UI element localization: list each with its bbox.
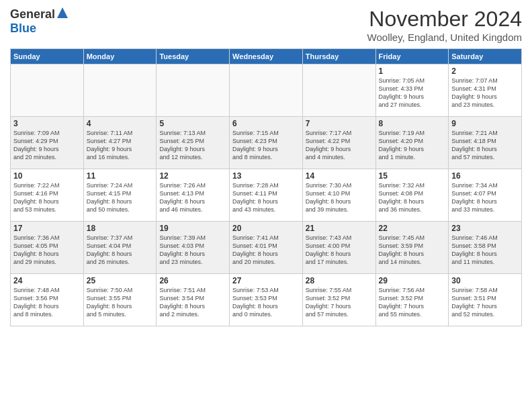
day-number: 26 bbox=[159, 276, 226, 285]
table-row: 25Sunrise: 7:50 AM Sunset: 3:55 PM Dayli… bbox=[83, 274, 157, 326]
day-number: 30 bbox=[451, 276, 519, 285]
day-info: Sunrise: 7:34 AM Sunset: 4:07 PM Dayligh… bbox=[451, 181, 519, 214]
day-info: Sunrise: 7:13 AM Sunset: 4:25 PM Dayligh… bbox=[159, 129, 226, 162]
day-number: 11 bbox=[87, 171, 154, 181]
table-row: 20Sunrise: 7:41 AM Sunset: 4:01 PM Dayli… bbox=[230, 222, 303, 274]
table-row: 11Sunrise: 7:24 AM Sunset: 4:15 PM Dayli… bbox=[83, 169, 157, 222]
table-row bbox=[83, 64, 157, 117]
day-info: Sunrise: 7:39 AM Sunset: 4:03 PM Dayligh… bbox=[159, 234, 226, 267]
table-row: 10Sunrise: 7:22 AM Sunset: 4:16 PM Dayli… bbox=[11, 169, 84, 222]
day-number: 2 bbox=[451, 66, 519, 76]
table-row: 21Sunrise: 7:43 AM Sunset: 4:00 PM Dayli… bbox=[302, 222, 375, 274]
table-row: 14Sunrise: 7:30 AM Sunset: 4:10 PM Dayli… bbox=[302, 169, 375, 222]
day-number: 23 bbox=[451, 224, 519, 233]
table-row: 16Sunrise: 7:34 AM Sunset: 4:07 PM Dayli… bbox=[449, 169, 522, 222]
day-info: Sunrise: 7:15 AM Sunset: 4:23 PM Dayligh… bbox=[232, 129, 300, 162]
day-number: 20 bbox=[232, 224, 300, 233]
day-info: Sunrise: 7:51 AM Sunset: 3:54 PM Dayligh… bbox=[159, 286, 226, 319]
day-info: Sunrise: 7:26 AM Sunset: 4:13 PM Dayligh… bbox=[159, 181, 226, 214]
table-row: 18Sunrise: 7:37 AM Sunset: 4:04 PM Dayli… bbox=[83, 222, 157, 274]
header-monday: Monday bbox=[83, 49, 157, 64]
day-number: 21 bbox=[306, 224, 373, 233]
table-row: 1Sunrise: 7:05 AM Sunset: 4:33 PM Daylig… bbox=[375, 64, 449, 117]
calendar-body: 1Sunrise: 7:05 AM Sunset: 4:33 PM Daylig… bbox=[11, 64, 522, 326]
calendar-week-row: 10Sunrise: 7:22 AM Sunset: 4:16 PM Dayli… bbox=[11, 169, 522, 222]
header-wednesday: Wednesday bbox=[230, 49, 303, 64]
table-row: 24Sunrise: 7:48 AM Sunset: 3:56 PM Dayli… bbox=[11, 274, 84, 326]
header-saturday: Saturday bbox=[449, 49, 522, 64]
day-number: 25 bbox=[87, 276, 154, 285]
day-number: 27 bbox=[232, 276, 300, 285]
day-info: Sunrise: 7:37 AM Sunset: 4:04 PM Dayligh… bbox=[87, 234, 154, 267]
day-number: 10 bbox=[13, 171, 81, 181]
day-info: Sunrise: 7:07 AM Sunset: 4:31 PM Dayligh… bbox=[451, 77, 519, 109]
day-info: Sunrise: 7:36 AM Sunset: 4:05 PM Dayligh… bbox=[13, 234, 81, 267]
page-header: General Blue November 2024 Woolley, Engl… bbox=[10, 7, 522, 43]
calendar-week-row: 17Sunrise: 7:36 AM Sunset: 4:05 PM Dayli… bbox=[11, 222, 522, 274]
header-thursday: Thursday bbox=[302, 49, 375, 64]
day-info: Sunrise: 7:58 AM Sunset: 3:51 PM Dayligh… bbox=[451, 286, 519, 319]
day-number: 15 bbox=[379, 171, 446, 181]
day-info: Sunrise: 7:09 AM Sunset: 4:29 PM Dayligh… bbox=[13, 129, 81, 162]
calendar-table: Sunday Monday Tuesday Wednesday Thursday… bbox=[10, 48, 522, 326]
day-number: 28 bbox=[306, 276, 373, 285]
calendar-header-row: Sunday Monday Tuesday Wednesday Thursday… bbox=[11, 49, 522, 64]
day-info: Sunrise: 7:21 AM Sunset: 4:18 PM Dayligh… bbox=[451, 129, 519, 162]
table-row: 26Sunrise: 7:51 AM Sunset: 3:54 PM Dayli… bbox=[157, 274, 230, 326]
logo-general-text: General bbox=[10, 8, 55, 21]
day-number: 6 bbox=[232, 119, 300, 128]
day-number: 18 bbox=[87, 224, 154, 233]
table-row bbox=[157, 64, 230, 117]
table-row bbox=[230, 64, 303, 117]
day-number: 12 bbox=[159, 171, 226, 181]
table-row: 5Sunrise: 7:13 AM Sunset: 4:25 PM Daylig… bbox=[157, 117, 230, 169]
day-number: 17 bbox=[13, 224, 81, 233]
day-number: 13 bbox=[232, 171, 300, 181]
day-info: Sunrise: 7:17 AM Sunset: 4:22 PM Dayligh… bbox=[306, 129, 373, 162]
day-info: Sunrise: 7:30 AM Sunset: 4:10 PM Dayligh… bbox=[306, 181, 373, 214]
table-row: 9Sunrise: 7:21 AM Sunset: 4:18 PM Daylig… bbox=[449, 117, 522, 169]
day-number: 9 bbox=[451, 119, 519, 128]
day-number: 24 bbox=[13, 276, 81, 285]
day-info: Sunrise: 7:11 AM Sunset: 4:27 PM Dayligh… bbox=[87, 129, 154, 162]
title-block: November 2024 Woolley, England, United K… bbox=[367, 7, 522, 43]
day-info: Sunrise: 7:22 AM Sunset: 4:16 PM Dayligh… bbox=[13, 181, 81, 214]
day-number: 29 bbox=[379, 276, 446, 285]
day-number: 7 bbox=[306, 119, 373, 128]
table-row: 27Sunrise: 7:53 AM Sunset: 3:53 PM Dayli… bbox=[230, 274, 303, 326]
logo-blue-text: Blue bbox=[10, 22, 36, 36]
day-info: Sunrise: 7:43 AM Sunset: 4:00 PM Dayligh… bbox=[306, 234, 373, 267]
header-sunday: Sunday bbox=[11, 49, 84, 64]
day-number: 14 bbox=[306, 171, 373, 181]
table-row: 6Sunrise: 7:15 AM Sunset: 4:23 PM Daylig… bbox=[230, 117, 303, 169]
day-number: 19 bbox=[159, 224, 226, 233]
day-info: Sunrise: 7:46 AM Sunset: 3:58 PM Dayligh… bbox=[451, 234, 519, 267]
logo-icon bbox=[56, 7, 69, 19]
table-row bbox=[302, 64, 375, 117]
table-row: 22Sunrise: 7:45 AM Sunset: 3:59 PM Dayli… bbox=[375, 222, 449, 274]
header-friday: Friday bbox=[375, 49, 449, 64]
day-info: Sunrise: 7:05 AM Sunset: 4:33 PM Dayligh… bbox=[379, 77, 446, 109]
table-row: 2Sunrise: 7:07 AM Sunset: 4:31 PM Daylig… bbox=[449, 64, 522, 117]
table-row: 13Sunrise: 7:28 AM Sunset: 4:11 PM Dayli… bbox=[230, 169, 303, 222]
day-number: 1 bbox=[379, 66, 446, 76]
logo: General Blue bbox=[10, 7, 69, 36]
table-row: 15Sunrise: 7:32 AM Sunset: 4:08 PM Dayli… bbox=[375, 169, 449, 222]
table-row: 28Sunrise: 7:55 AM Sunset: 3:52 PM Dayli… bbox=[302, 274, 375, 326]
day-number: 3 bbox=[13, 119, 81, 128]
page-container: General Blue November 2024 Woolley, Engl… bbox=[0, 0, 532, 330]
table-row: 3Sunrise: 7:09 AM Sunset: 4:29 PM Daylig… bbox=[11, 117, 84, 169]
day-info: Sunrise: 7:55 AM Sunset: 3:52 PM Dayligh… bbox=[306, 286, 373, 319]
table-row: 8Sunrise: 7:19 AM Sunset: 4:20 PM Daylig… bbox=[375, 117, 449, 169]
day-number: 4 bbox=[87, 119, 154, 128]
svg-marker-0 bbox=[57, 7, 68, 18]
day-number: 16 bbox=[451, 171, 519, 181]
table-row: 4Sunrise: 7:11 AM Sunset: 4:27 PM Daylig… bbox=[83, 117, 157, 169]
day-info: Sunrise: 7:56 AM Sunset: 3:52 PM Dayligh… bbox=[379, 286, 446, 319]
table-row: 30Sunrise: 7:58 AM Sunset: 3:51 PM Dayli… bbox=[449, 274, 522, 326]
day-info: Sunrise: 7:50 AM Sunset: 3:55 PM Dayligh… bbox=[87, 286, 154, 319]
month-title: November 2024 bbox=[367, 7, 522, 32]
day-info: Sunrise: 7:32 AM Sunset: 4:08 PM Dayligh… bbox=[379, 181, 446, 214]
day-info: Sunrise: 7:28 AM Sunset: 4:11 PM Dayligh… bbox=[232, 181, 300, 214]
calendar-week-row: 24Sunrise: 7:48 AM Sunset: 3:56 PM Dayli… bbox=[11, 274, 522, 326]
